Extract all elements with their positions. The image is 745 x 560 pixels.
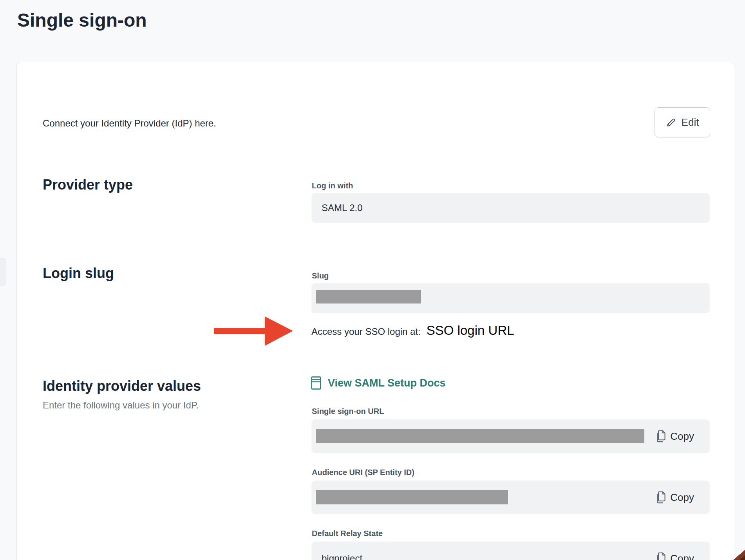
view-saml-setup-docs-link[interactable]: View SAML Setup Docs <box>311 376 446 390</box>
section-heading-idp-values: Identity provider values <box>43 377 201 395</box>
sso-login-hint-prefix: Access your SSO login at: <box>311 326 421 337</box>
sso-login-url-annotation: SSO login URL <box>427 323 514 338</box>
audience-uri-field: Copy <box>311 481 710 514</box>
copy-sso-url-button[interactable]: Copy <box>655 430 694 443</box>
copy-pages-icon <box>655 430 666 443</box>
section-heading-provider-type: Provider type <box>43 176 133 194</box>
copy-default-relay-state-button[interactable]: Copy <box>655 552 694 560</box>
sso-url-label: Single sign-on URL <box>312 406 384 416</box>
document-lines-icon <box>311 376 321 390</box>
login-with-label: Log in with <box>312 181 353 191</box>
copy-audience-uri-button[interactable]: Copy <box>655 491 694 504</box>
section-heading-login-slug: Login slug <box>43 264 114 282</box>
copy-button-label: Copy <box>670 430 694 443</box>
annotation-arrow-head <box>265 316 293 346</box>
provider-type-value: SAML 2.0 <box>322 202 363 213</box>
redacted-audience-uri-value <box>316 490 508 504</box>
redacted-sso-url-value <box>316 429 644 443</box>
copy-pages-icon <box>655 552 666 560</box>
idp-values-subtext: Enter the following values in your IdP. <box>43 399 199 412</box>
slug-field <box>311 283 710 313</box>
annotation-arrow <box>214 316 293 346</box>
default-relay-state-value: bigproject <box>322 553 362 560</box>
annotation-arrow-shaft <box>214 328 266 334</box>
edit-button[interactable]: Edit <box>655 107 710 137</box>
curled-corner-artifact-shadow <box>740 555 745 560</box>
default-relay-state-label: Default Relay State <box>312 528 383 538</box>
default-relay-state-field: bigproject Copy <box>311 542 710 560</box>
copy-button-label: Copy <box>670 491 694 504</box>
audience-uri-label: Audience URI (SP Entity ID) <box>312 467 414 477</box>
copy-pages-icon <box>655 491 666 504</box>
copy-button-label: Copy <box>670 553 694 560</box>
edit-button-label: Edit <box>682 116 699 128</box>
provider-type-field: SAML 2.0 <box>311 193 710 223</box>
page-title: Single sign-on <box>17 9 147 32</box>
intro-text: Connect your Identity Provider (IdP) her… <box>43 117 216 130</box>
drawer-handle[interactable] <box>0 258 6 286</box>
pencil-icon <box>666 117 676 128</box>
sso-login-hint: Access your SSO login at: SSO login URL <box>311 323 514 338</box>
sso-url-field: Copy <box>311 419 710 453</box>
sso-settings-card: Connect your Identity Provider (IdP) her… <box>16 62 735 560</box>
view-saml-setup-docs-label: View SAML Setup Docs <box>328 377 446 389</box>
redacted-slug-value <box>316 290 421 303</box>
slug-label: Slug <box>312 271 329 281</box>
